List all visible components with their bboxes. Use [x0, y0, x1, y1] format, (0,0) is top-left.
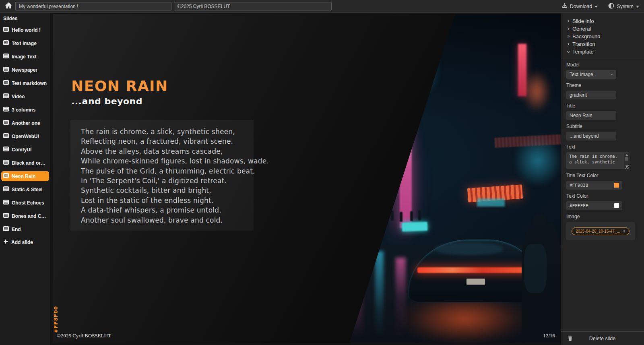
text-color-input[interactable]: #FFFFFF	[566, 201, 622, 210]
properties-panel: Slide info General Background Transition…	[561, 13, 644, 345]
sidebar-item-comfyui[interactable]: ComfyUI	[1, 145, 49, 155]
download-button[interactable]: Download	[562, 3, 598, 10]
sidebar-item-label: OpenWebUI	[12, 134, 39, 139]
slide-list-icon	[3, 147, 9, 153]
slide-list-icon	[3, 80, 9, 86]
image-field-label: Image	[566, 214, 636, 219]
poem-line: In 'The Serpent's Coil,' a digitized ret…	[81, 176, 243, 186]
sidebar-item-label: ComfyUI	[12, 147, 31, 153]
accordion-slide-info[interactable]: Slide info	[566, 18, 636, 25]
accent-color-vertical-label: #FF8F00	[53, 306, 59, 333]
slide-canvas: NEON RAIN ...and beyond The rain is chro…	[53, 14, 561, 343]
scrollbar-thumb[interactable]	[625, 157, 628, 161]
accordion-template-expanded[interactable]: Template	[566, 48, 636, 55]
slide-list-icon	[3, 213, 9, 219]
sidebar-item-video[interactable]: Video	[1, 91, 49, 101]
theme-field-label: Theme	[566, 83, 636, 88]
sidebar-item-another-one[interactable]: Another one	[1, 118, 49, 128]
slide-list-icon	[3, 93, 9, 99]
home-button[interactable]	[4, 2, 13, 11]
delete-slide-bar: Delete slide	[561, 331, 644, 345]
accordion-general[interactable]: General	[566, 25, 636, 32]
chevron-right-icon	[566, 35, 570, 38]
slide-body-text: The rain is chrome, a slick, synthetic s…	[70, 120, 254, 231]
textarea-resize-grip[interactable]	[625, 165, 629, 169]
sidebar-item-hello-world[interactable]: Hello world !	[1, 25, 49, 35]
presentation-copyright-input[interactable]	[174, 2, 332, 10]
sidebar-item-newspaper[interactable]: Newspaper	[1, 65, 49, 75]
scroll-up-arrow-icon[interactable]	[625, 154, 628, 156]
sidebar-heading: Slides	[0, 15, 50, 25]
model-select-value: Text Image	[570, 72, 593, 77]
text-textarea-value: The rain is chrome, a slick, synthetic	[569, 154, 617, 164]
poem-line: Above the alleys, data streams cascade,	[81, 147, 243, 156]
sidebar-item-3-columns[interactable]: 3 columns	[1, 105, 49, 115]
properties-panel-content: Slide info General Background Transition…	[561, 13, 644, 331]
sidebar-item-openwebui[interactable]: OpenWebUI	[1, 131, 49, 141]
poem-line: A data-thief whispers, a promise untold,	[81, 205, 243, 215]
accordion-transition[interactable]: Transition	[566, 41, 636, 48]
poem-line: While chrome-skinned figures, lost in sh…	[81, 156, 243, 166]
title-input-value: Neon Rain	[570, 113, 592, 118]
slide-list-icon	[3, 120, 9, 126]
title-text-color-swatch[interactable]	[614, 183, 619, 188]
poem-line: Synthetic cocktails, bitter and bright,	[81, 186, 243, 195]
accordion-label: General	[572, 26, 591, 32]
add-slide-label: Add slide	[11, 240, 33, 245]
sidebar-item-label: End	[12, 227, 21, 232]
sidebar-item-label: Another one	[12, 120, 40, 126]
sidebar-item-label: 3 columns	[12, 107, 35, 113]
slide-list-icon	[3, 40, 9, 46]
theme-input-value: gradient	[570, 92, 587, 98]
sidebar-item-label: Static & Steel	[12, 187, 43, 192]
slide-title: NEON RAIN	[71, 78, 168, 94]
sidebar-item-text-image[interactable]: Text Image	[1, 38, 49, 48]
sidebar-item-neon-rain-selected[interactable]: Neon Rain	[1, 171, 49, 181]
plus-icon	[3, 239, 8, 245]
title-input[interactable]: Neon Rain	[566, 111, 616, 120]
chevron-right-icon	[566, 19, 570, 23]
title-text-color-input[interactable]: #FF9838	[566, 181, 622, 190]
system-theme-button[interactable]: System	[608, 3, 639, 10]
sidebar-item-label: Hello world !	[12, 27, 41, 33]
theme-input[interactable]: gradient	[566, 91, 616, 99]
home-icon	[5, 2, 12, 10]
sidebar-item-test-markdown[interactable]: Test markdown	[1, 78, 49, 88]
sidebar-item-ghost-echoes[interactable]: Ghost Echoes	[1, 198, 49, 208]
chevron-down-icon	[594, 6, 598, 8]
subtitle-input-value: ...and beyond	[570, 133, 599, 139]
slide-list-icon	[3, 160, 9, 166]
slide-stage: NEON RAIN ...and beyond The rain is chro…	[50, 13, 561, 345]
sidebar-item-label: Neon Rain	[12, 174, 35, 179]
title-field-label: Title	[566, 103, 636, 109]
trash-icon[interactable]	[568, 335, 573, 343]
accordion-background[interactable]: Background	[566, 33, 636, 40]
subtitle-input[interactable]: ...and beyond	[566, 132, 616, 140]
slide-list-icon	[3, 27, 9, 33]
image-file-chip[interactable]: 2025-04-26_10-15-47_... X	[572, 227, 630, 235]
sidebar-item-image-text[interactable]: Image Text	[1, 52, 49, 62]
sidebar-item-black-and-orange[interactable]: Black and orange	[1, 158, 49, 168]
slide-list-icon	[3, 226, 9, 232]
delete-slide-button[interactable]: Delete slide	[561, 336, 644, 341]
sidebar-item-end[interactable]: End	[1, 224, 49, 234]
presentation-title-input[interactable]	[15, 2, 171, 10]
text-textarea[interactable]: The rain is chrome, a slick, synthetic	[566, 152, 630, 169]
sidebar-item-bones-and-chrome[interactable]: Bones and Chro...	[1, 211, 49, 221]
sidebar-item-label: Black and orange	[12, 160, 47, 166]
slide-list-icon	[3, 67, 9, 73]
accordion-label: Slide info	[572, 18, 594, 24]
chevron-down-icon	[566, 50, 570, 54]
slide-list-icon	[3, 133, 9, 139]
slide-page-number: 12/16	[543, 333, 555, 339]
image-dropzone[interactable]: 2025-04-26_10-15-47_... X	[566, 222, 635, 240]
add-slide-button[interactable]: Add slide	[0, 238, 50, 247]
sidebar-item-static-steel[interactable]: Static & Steel	[1, 184, 49, 194]
image-file-name: 2025-04-26_10-15-47_...	[576, 229, 620, 233]
title-text-color-value: #FF9838	[570, 183, 588, 188]
text-color-value: #FFFFFF	[570, 203, 588, 209]
slide-list-icon	[3, 54, 9, 60]
model-select[interactable]: Text Image	[566, 70, 616, 79]
chip-close-icon[interactable]: X	[623, 229, 625, 233]
text-color-swatch[interactable]	[614, 203, 619, 208]
